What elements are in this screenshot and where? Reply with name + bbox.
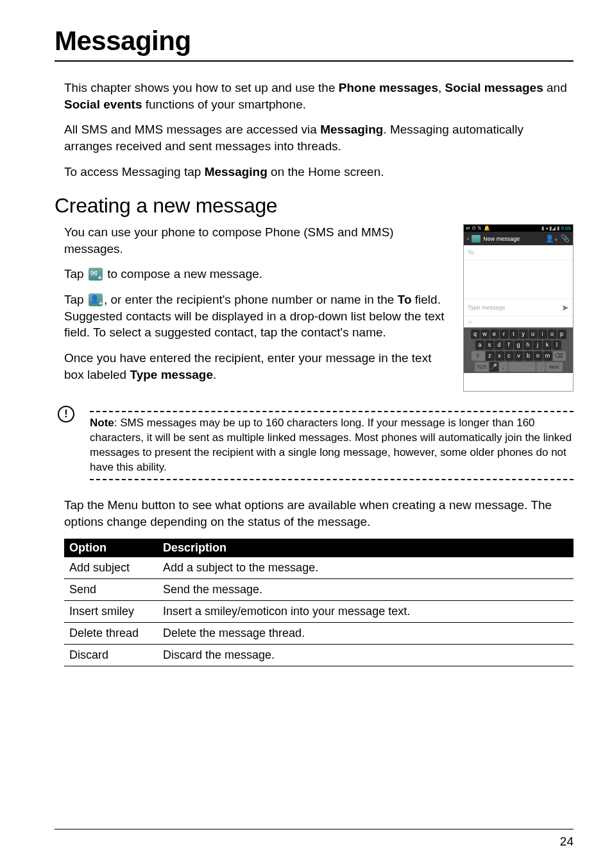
create2-a: Tap [64, 267, 87, 281]
add-contact-header-icon[interactable]: 👤₊ [545, 234, 558, 243]
key-r[interactable]: r [500, 329, 509, 339]
key-s[interactable]: s [485, 340, 494, 350]
create4-a: Once you have entered the recipient, ent… [64, 351, 431, 381]
type-message-field[interactable]: Type message [468, 304, 561, 311]
intro2-b: Messaging [320, 123, 383, 136]
create3-a: Tap [64, 293, 87, 306]
cell-desc: Delete the message thread. [158, 623, 574, 645]
create4-c: . [213, 368, 216, 381]
attach-icon[interactable]: 📎 [561, 234, 570, 243]
key-m[interactable]: m [543, 351, 552, 361]
intro3-b: Messaging [205, 165, 268, 178]
create-paragraph-3: Tap , or enter the recipient's phone num… [64, 291, 452, 341]
options-table: Option Description Add subject Add a sub… [64, 539, 574, 666]
messaging-app-icon [472, 235, 480, 243]
intro1-a: This chapter shows you how to set up and… [64, 81, 339, 94]
intro1-d: Social messages [445, 81, 543, 94]
status-icons-right: ▮ ◂ ▮◢ ▮ 5:09 [541, 225, 571, 231]
create-paragraph-4: Once you have entered the recipient, ent… [64, 350, 452, 383]
intro1-b: Phone messages [339, 81, 438, 94]
create-paragraph-1: You can use your phone to compose Phone … [64, 224, 452, 257]
key-i[interactable]: i [538, 329, 547, 339]
cell-desc: Send the message. [158, 579, 574, 601]
status-time: 5:09 [561, 225, 571, 231]
cell-option: Delete thread [64, 623, 158, 645]
cell-option: Insert smiley [64, 601, 158, 623]
key-d[interactable]: d [495, 340, 504, 350]
key-v[interactable]: v [514, 351, 523, 361]
key-f[interactable]: f [504, 340, 513, 350]
key-next[interactable]: Next [546, 362, 563, 372]
intro-paragraph-3: To access Messaging tap Messaging on the… [64, 164, 574, 180]
intro1-g: functions of your smartphone. [142, 98, 306, 111]
keyboard-row-1: q w e r t y u i o p [465, 329, 572, 339]
th-option: Option [64, 539, 158, 557]
type-message-row: Type message ➤ [464, 299, 573, 317]
key-u[interactable]: u [529, 329, 538, 339]
key-space[interactable] [509, 362, 536, 372]
note-dash-bottom [90, 479, 574, 480]
table-row: Delete thread Delete the message thread. [64, 623, 574, 645]
note-callout: ! Note: SMS messages may be up to 160 ch… [64, 403, 574, 488]
key-l[interactable]: l [552, 340, 561, 350]
key-h[interactable]: h [523, 340, 532, 350]
key-p[interactable]: p [557, 329, 566, 339]
two-column-layout: You can use your phone to compose Phone … [64, 224, 574, 392]
key-q[interactable]: q [471, 329, 480, 339]
key-n[interactable]: n [534, 351, 543, 361]
intro3-c: on the Home screen. [268, 165, 384, 178]
key-comma[interactable]: , [499, 362, 508, 372]
keyboard-row-4: ?123 🎤 , . Next [465, 362, 572, 372]
create2-b: to compose a new message. [104, 267, 262, 281]
suggestion-bar: ›› [464, 317, 573, 327]
key-e[interactable]: e [490, 329, 499, 339]
key-t[interactable]: t [509, 329, 518, 339]
key-o[interactable]: o [548, 329, 557, 339]
footer-rule [55, 829, 574, 829]
compose-icon [89, 268, 103, 281]
key-c[interactable]: c [505, 351, 514, 361]
intro1-c: , [438, 81, 445, 94]
note-text: Note: SMS messages may be up to 160 char… [90, 416, 574, 475]
table-row: Discard Discard the message. [64, 645, 574, 666]
key-numeric[interactable]: ?123 [475, 362, 489, 372]
intro-paragraph-1: This chapter shows you how to set up and… [64, 80, 574, 112]
phone-status-bar: ⇄ ⚙ ⇅ 🔔 ▮ ◂ ▮◢ ▮ 5:09 [464, 225, 573, 232]
key-mic[interactable]: 🎤 [489, 362, 498, 372]
key-dot[interactable]: . [536, 362, 545, 372]
key-b[interactable]: b [524, 351, 533, 361]
to-field[interactable]: To [464, 245, 573, 260]
phone-screenshot: ⇄ ⚙ ⇅ 🔔 ▮ ◂ ▮◢ ▮ 5:09 ‹ New message 👤₊ 📎… [463, 224, 574, 392]
key-z[interactable]: z [486, 351, 495, 361]
cell-desc: Discard the message. [158, 645, 574, 666]
note-dash-top [90, 411, 574, 412]
intro3-a: To access Messaging tap [64, 165, 205, 178]
key-k[interactable]: k [543, 340, 552, 350]
keyboard-row-2: a s d f g h j k l [465, 340, 572, 350]
key-y[interactable]: y [519, 329, 528, 339]
th-description: Description [158, 539, 574, 557]
phone-body-empty [464, 260, 573, 299]
section-heading: Creating a new message [55, 194, 574, 218]
intro1-f: Social events [64, 98, 142, 111]
create4-b: Type message [130, 368, 213, 381]
key-shift[interactable]: ⇧ [472, 351, 485, 361]
back-icon[interactable]: ‹ [467, 235, 469, 242]
cell-desc: Add a subject to the message. [158, 557, 574, 579]
table-header-row: Option Description [64, 539, 574, 557]
table-row: Send Send the message. [64, 579, 574, 601]
note-body: : SMS messages may be up to 160 characte… [90, 417, 572, 473]
send-icon[interactable]: ➤ [561, 302, 569, 313]
key-a[interactable]: a [475, 340, 484, 350]
key-j[interactable]: j [533, 340, 542, 350]
key-backspace[interactable]: ⌫ [553, 351, 566, 361]
note-label: Note [90, 417, 114, 429]
key-x[interactable]: x [495, 351, 504, 361]
key-g[interactable]: g [514, 340, 523, 350]
cell-desc: Insert a smiley/emoticon into your messa… [158, 601, 574, 623]
cell-option: Discard [64, 645, 158, 666]
exclamation-circle-icon: ! [58, 406, 74, 422]
title-underline [55, 60, 574, 62]
signal-icons: ▮ ◂ ▮◢ ▮ [541, 225, 560, 231]
key-w[interactable]: w [480, 329, 489, 339]
